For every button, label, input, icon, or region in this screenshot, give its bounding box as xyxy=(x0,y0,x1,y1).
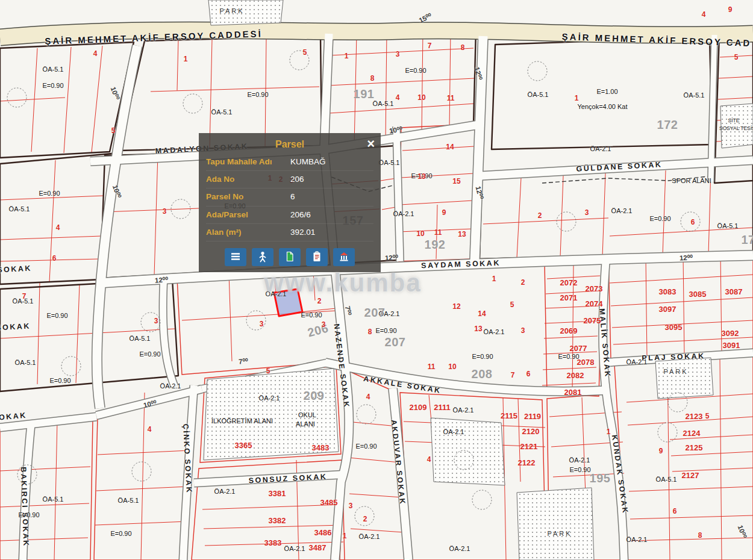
parcel-line xyxy=(517,178,521,258)
parcel-line xyxy=(612,320,753,328)
popup-row: Ada/Parsel 206/6 xyxy=(206,207,373,224)
survey-marker-circle xyxy=(183,94,202,113)
parcel-line xyxy=(628,423,666,425)
parcel-line xyxy=(400,201,473,205)
park-dot-pattern xyxy=(208,0,283,25)
parcel-line xyxy=(629,487,753,491)
parcel-line xyxy=(483,218,608,224)
field-label: Parsel No xyxy=(206,191,290,202)
parcel-line xyxy=(669,417,753,423)
streetview-button[interactable] xyxy=(252,248,273,266)
field-value: KUMBAĞ xyxy=(290,157,373,167)
parcel-line xyxy=(177,40,178,90)
road xyxy=(711,35,714,182)
field-value: 206/6 xyxy=(290,210,373,220)
report-button[interactable] xyxy=(306,248,328,266)
parcel-line xyxy=(670,435,753,440)
parcel-line xyxy=(401,173,474,178)
parcel-line xyxy=(610,228,753,236)
park-dot-pattern xyxy=(204,369,339,460)
parcel-line xyxy=(544,336,598,338)
parcel-line xyxy=(663,170,666,255)
parcel-block-outline xyxy=(177,271,345,375)
parcel-line xyxy=(399,229,473,232)
survey-marker-circle xyxy=(132,462,151,481)
field-label: Tapu Mahalle Adı xyxy=(206,157,290,167)
parcel-line xyxy=(330,48,473,55)
parcel-line xyxy=(0,329,175,338)
parcel-line xyxy=(543,367,596,370)
map-canvas[interactable]: ŞAİR MEHMET AKİF ERSOY CADDESİŞAİR MEHME… xyxy=(0,0,753,560)
survey-marker-circle xyxy=(141,313,160,332)
document-button[interactable] xyxy=(279,248,301,266)
field-label: Ada/Parsel xyxy=(206,210,290,220)
parcel-line xyxy=(610,275,753,283)
parcel-line xyxy=(141,393,145,560)
survey-marker-circle xyxy=(357,405,376,424)
parcel-line xyxy=(582,397,586,495)
field-value: 206 xyxy=(290,174,373,185)
parcel-line xyxy=(182,311,336,320)
road xyxy=(603,258,624,560)
parcel-line xyxy=(560,176,563,257)
block-outline xyxy=(0,279,178,391)
parcel-line xyxy=(671,452,753,456)
parcel-block-outline xyxy=(608,253,753,359)
road xyxy=(393,388,408,560)
close-icon[interactable]: × xyxy=(366,136,376,152)
parcel-line xyxy=(553,473,624,477)
parcel-line xyxy=(49,160,55,282)
parcel-line xyxy=(613,337,753,344)
popup-row: Tapu Mahalle Adı KUMBAĞ xyxy=(206,154,373,171)
survey-marker-circle xyxy=(246,311,266,330)
parcel-line xyxy=(0,503,89,507)
popup-row: Alan (m²) 392.01 xyxy=(206,224,373,241)
parcel-line xyxy=(37,283,40,384)
survey-marker-circle xyxy=(658,423,677,442)
survey-marker-circle xyxy=(290,51,309,70)
parcel-line xyxy=(720,55,753,57)
cadastral-map xyxy=(0,0,753,560)
field-label: Ada No xyxy=(206,174,290,185)
parcel-line xyxy=(631,538,753,541)
park-dot-pattern xyxy=(517,488,594,560)
parcel-line xyxy=(719,76,753,78)
parcel-line xyxy=(98,450,190,455)
field-label: Alan (m²) xyxy=(206,227,290,238)
popup-row: Ada No 206 xyxy=(206,171,373,188)
parcel-line xyxy=(720,254,722,353)
parcel-line xyxy=(545,321,598,323)
road xyxy=(194,474,343,483)
parcel-line xyxy=(354,34,357,146)
parcel-line xyxy=(422,31,423,132)
parcel-line xyxy=(543,352,597,354)
parcel-line xyxy=(672,468,753,471)
parcel-line xyxy=(720,359,722,560)
survey-marker-circle xyxy=(61,356,81,376)
menu-button[interactable] xyxy=(225,248,246,266)
building-button[interactable] xyxy=(333,248,355,266)
parcel-line xyxy=(382,207,396,210)
person-pin-icon xyxy=(257,250,269,264)
parcel-line xyxy=(545,306,599,308)
selected-parcel xyxy=(274,289,302,316)
parcel-line xyxy=(436,205,437,259)
parcel-line xyxy=(0,259,100,261)
parcel-line xyxy=(265,38,266,148)
parcel-line xyxy=(154,154,158,276)
menu-icon xyxy=(230,250,242,264)
parcel-line xyxy=(301,308,336,312)
block-outline xyxy=(492,37,712,149)
parcel-line xyxy=(351,529,404,532)
parcel-line xyxy=(0,538,88,541)
park-dot-pattern xyxy=(431,418,505,485)
parcel-line xyxy=(151,87,319,92)
parcel-line xyxy=(0,196,104,200)
survey-marker-circle xyxy=(7,88,27,107)
parcel-line xyxy=(349,494,402,497)
popup-title: Parsel xyxy=(206,138,373,151)
popup-header: Parsel × xyxy=(206,138,373,151)
park-dot-pattern xyxy=(720,104,753,148)
park-dot-pattern xyxy=(655,358,713,399)
parcel-line xyxy=(572,265,573,394)
